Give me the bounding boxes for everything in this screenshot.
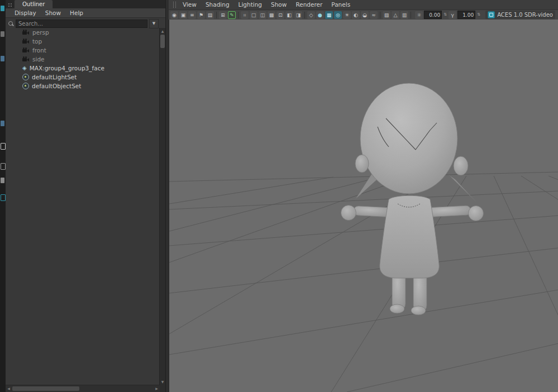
object-set-icon <box>22 83 29 89</box>
toolbar-separator <box>238 12 239 18</box>
menu-show[interactable]: Show <box>266 0 291 9</box>
panel-drag-handle-icon[interactable] <box>8 3 12 7</box>
menu-lighting[interactable]: Lighting <box>234 0 266 9</box>
pan-zoom-icon[interactable]: ⊞ <box>219 11 227 19</box>
camera-icon <box>22 30 30 35</box>
toolbar-separator <box>216 12 217 18</box>
toolbar-separator <box>411 12 411 18</box>
grease-pencil-icon[interactable]: ✎ <box>228 11 236 19</box>
smooth-shade-icon[interactable]: ● <box>316 11 324 19</box>
outliner-item-label: top <box>32 38 42 45</box>
outliner-vertical-scrollbar[interactable]: ▲ ▼ <box>159 28 165 385</box>
menu-shading[interactable]: Shading <box>201 0 234 9</box>
scroll-down-icon[interactable]: ▼ <box>160 379 165 385</box>
dock-icon[interactable] <box>1 6 4 11</box>
viewport-3d-scene[interactable] <box>169 20 558 392</box>
grid-icon[interactable]: ⌗ <box>241 11 249 19</box>
camera-icon <box>22 47 30 53</box>
scrollbar-thumb[interactable] <box>12 386 79 391</box>
viewport-canvas[interactable] <box>169 20 558 392</box>
outliner-item-default-light-set[interactable]: defaultLightSet <box>6 73 160 82</box>
panel-grip-icon[interactable] <box>173 2 176 8</box>
viewport-menubar: View Shading Lighting Show Renderer Pane… <box>169 0 558 10</box>
character-model[interactable] <box>341 83 484 315</box>
outliner-item-label: defaultObjectSet <box>32 83 81 89</box>
scroll-right-icon[interactable]: ▶ <box>154 385 160 392</box>
safe-title-icon[interactable]: ◨ <box>294 11 302 19</box>
outliner-panel: Outliner Display Show Help ▼ persp top f… <box>6 0 165 392</box>
menu-panels[interactable]: Panels <box>327 0 355 9</box>
exposure-field[interactable] <box>424 11 442 19</box>
select-camera-icon[interactable]: ◉ <box>170 11 178 19</box>
body-dress <box>380 195 439 278</box>
ear-pod-right <box>454 156 468 175</box>
outliner-item-default-object-set[interactable]: defaultObjectSet <box>6 82 160 90</box>
scroll-up-icon[interactable]: ▲ <box>160 28 165 34</box>
lock-camera-icon[interactable]: ▣ <box>179 11 187 19</box>
tab-outliner[interactable]: Outliner <box>14 0 53 8</box>
hand-right <box>469 206 484 221</box>
resolution-gate-icon[interactable]: ◫ <box>259 11 266 19</box>
search-filter-icon[interactable] <box>8 21 14 27</box>
xray-icon[interactable]: ▥ <box>400 11 408 19</box>
camera-icon <box>22 56 30 62</box>
shadows-icon[interactable]: ◐ <box>352 11 360 19</box>
maya-application-window: { "colors": { "accent-teal": "#2f95aa", … <box>0 0 558 392</box>
multisample-icon[interactable]: ▨ <box>383 11 390 19</box>
scrollbar-thumb[interactable] <box>160 35 165 48</box>
outliner-item-group[interactable]: ◈ MAX:group4_group3_face <box>6 64 160 73</box>
dock-icon[interactable] <box>1 143 6 150</box>
toolbar-separator <box>380 12 380 18</box>
outliner-item-persp[interactable]: persp <box>6 28 160 37</box>
outliner-horizontal-scrollbar[interactable]: ◀ ▶ <box>6 385 160 392</box>
motion-blur-icon[interactable]: ≈ <box>370 11 378 19</box>
field-chart-icon[interactable]: ⊡ <box>276 11 284 19</box>
dock-icon[interactable] <box>1 194 6 201</box>
lights-icon[interactable]: ☀ <box>343 11 351 19</box>
outliner-item-side[interactable]: side <box>6 55 160 64</box>
exposure-icon[interactable]: ☼ <box>415 11 423 19</box>
use-default-material-icon[interactable]: ◎ <box>334 11 342 19</box>
gate-mask-icon[interactable]: ▩ <box>268 11 275 19</box>
hair-spike-right <box>449 175 478 204</box>
object-set-icon <box>22 74 29 80</box>
outliner-item-label: defaultLightSet <box>32 74 77 80</box>
search-input[interactable] <box>16 20 147 28</box>
outliner-item-label: persp <box>32 29 49 36</box>
gamma-icon[interactable]: γ <box>449 11 456 19</box>
view-transform-label: ACES 1.0 SDR-video <box>497 12 553 18</box>
outliner-item-top[interactable]: top <box>6 37 160 46</box>
view-transform-selector[interactable]: ACES 1.0 SDR-video <box>485 11 555 19</box>
wireframe-icon[interactable]: ◇ <box>307 11 315 19</box>
outliner-item-front[interactable]: front <box>6 46 160 55</box>
dock-icon[interactable] <box>1 163 6 170</box>
outliner-item-label: MAX:group4_group3_face <box>30 65 104 71</box>
ambient-occlusion-icon[interactable]: ◒ <box>361 11 369 19</box>
menu-renderer[interactable]: Renderer <box>291 0 327 9</box>
gamma-field[interactable] <box>457 11 475 19</box>
menu-help[interactable]: Help <box>65 8 88 17</box>
safe-action-icon[interactable]: ◧ <box>285 11 293 19</box>
camera-attributes-icon[interactable]: ≡ <box>188 11 196 19</box>
textured-icon[interactable]: ▦ <box>325 11 333 19</box>
exposure-spinner-icon[interactable]: ⇅ <box>443 11 447 18</box>
ground-grid <box>169 172 558 392</box>
menu-show[interactable]: Show <box>41 8 65 17</box>
dock-icon[interactable] <box>1 178 4 183</box>
outliner-item-label: front <box>32 47 46 54</box>
film-gate-icon[interactable]: □ <box>250 11 257 19</box>
image-plane-icon[interactable]: ▤ <box>206 11 214 19</box>
color-management-icon <box>488 11 495 18</box>
bookmark-icon[interactable]: ⚑ <box>197 11 205 19</box>
menu-display[interactable]: Display <box>10 8 41 17</box>
dock-icon[interactable] <box>1 121 4 126</box>
isolate-select-icon[interactable]: △ <box>392 11 399 19</box>
dock-icon[interactable] <box>1 56 4 61</box>
dock-icon[interactable] <box>1 31 4 37</box>
outliner-tab-strip: Outliner <box>6 0 165 8</box>
gamma-spinner-icon[interactable]: ⇅ <box>476 11 481 18</box>
menu-view[interactable]: View <box>178 0 201 9</box>
scroll-left-icon[interactable]: ◀ <box>6 385 12 392</box>
outliner-search-row: ▼ <box>6 18 165 28</box>
search-dropdown-icon[interactable]: ▼ <box>149 19 159 28</box>
